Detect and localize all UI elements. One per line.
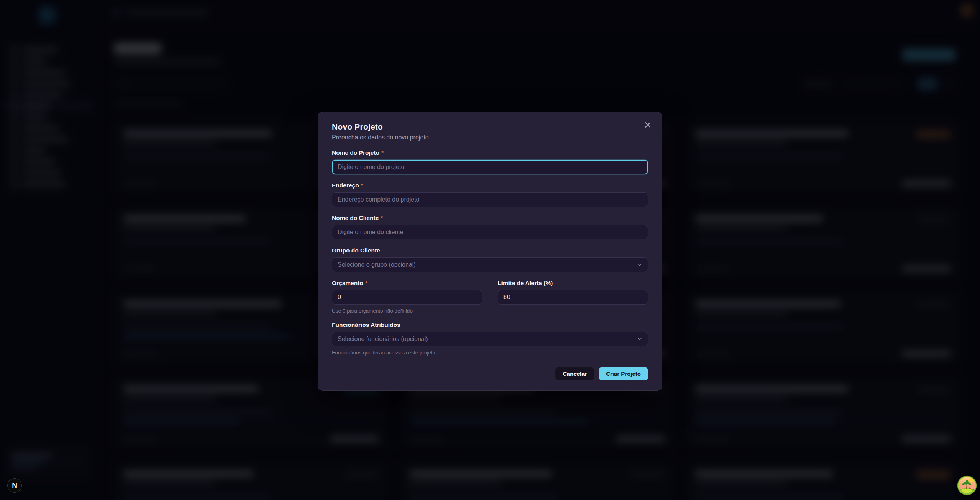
field-alert-limit: Limite de Alerta (%) [498, 280, 648, 314]
field-employees: Funcionários Atribuídos Selecione funcio… [332, 321, 648, 356]
field-address: Endereço* [332, 182, 648, 207]
project-name-label: Nome do Projeto [332, 149, 379, 156]
client-group-label: Grupo do Cliente [332, 247, 648, 254]
employees-select[interactable]: Selecione funcionários (opcional) [332, 332, 648, 346]
employees-label: Funcionários Atribuídos [332, 321, 648, 328]
chevron-down-icon [637, 262, 642, 267]
create-project-button[interactable]: Criar Projeto [599, 367, 648, 380]
field-client-name: Nome do Cliente* [332, 215, 648, 239]
client-group-placeholder: Selecione o grupo (opcional) [338, 261, 416, 268]
required-marker: * [361, 182, 363, 189]
chevron-down-icon [637, 336, 642, 342]
close-button[interactable] [643, 120, 653, 130]
field-project-name: Nome do Projeto* [332, 149, 648, 174]
address-label: Endereço [332, 182, 359, 189]
dialog-title: Novo Projeto [332, 122, 648, 131]
island-extension-button[interactable] [957, 475, 977, 496]
field-budget: Orçamento* Use 0 para orçamento não defi… [332, 280, 482, 314]
field-client-group: Grupo do Cliente Selecione o grupo (opci… [332, 247, 648, 272]
budget-input[interactable] [332, 290, 482, 305]
project-name-input[interactable] [332, 160, 648, 174]
new-project-dialog: Novo Projeto Preencha os dados do novo p… [318, 112, 662, 391]
client-name-input[interactable] [332, 225, 648, 239]
budget-hint: Use 0 para orçamento não definido [332, 308, 482, 314]
alert-limit-label: Limite de Alerta (%) [498, 280, 648, 287]
client-group-select[interactable]: Selecione o grupo (opcional) [332, 257, 648, 272]
tropical-island-icon [957, 475, 977, 496]
client-name-label: Nome do Cliente [332, 215, 379, 221]
nextjs-logo: N [12, 481, 17, 490]
dialog-subtitle: Preencha os dados do novo projeto [332, 134, 648, 141]
nextjs-devtools-button[interactable]: N [7, 478, 22, 493]
cancel-button[interactable]: Cancelar [555, 367, 594, 380]
budget-label: Orçamento [332, 280, 363, 286]
required-marker: * [381, 215, 383, 221]
required-marker: * [365, 280, 368, 286]
close-icon [645, 122, 651, 128]
employees-hint: Funcionários que terão acesso a este pro… [332, 350, 648, 356]
address-input[interactable] [332, 192, 648, 207]
alert-limit-input[interactable] [498, 290, 648, 305]
required-marker: * [381, 149, 384, 156]
employees-placeholder: Selecione funcionários (opcional) [338, 336, 428, 343]
